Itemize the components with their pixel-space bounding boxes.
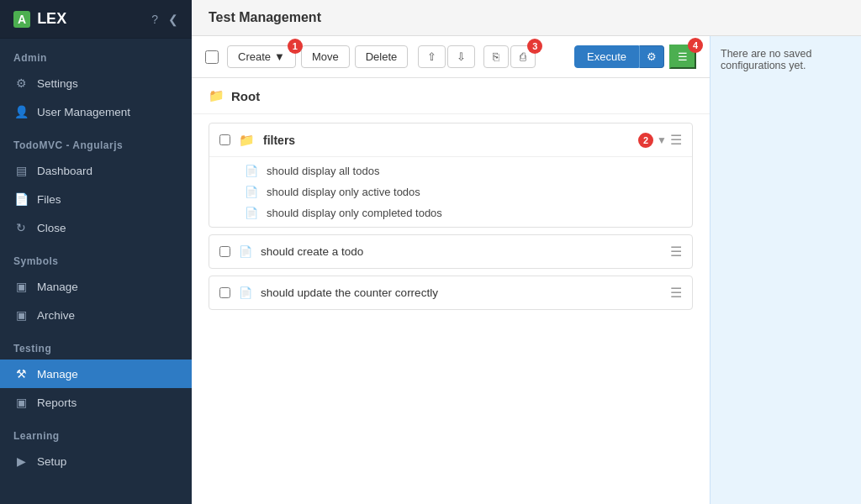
archive-icon: ▣ <box>13 308 29 322</box>
select-all-checkbox[interactable] <box>205 50 219 64</box>
filters-menu-icon[interactable]: ☰ <box>670 132 682 148</box>
file-icon: 📄 <box>239 245 252 258</box>
update-counter-name: should update the counter correctly <box>261 286 662 299</box>
logo-box: A <box>13 11 30 28</box>
settings-icon: ⚙ <box>13 76 29 90</box>
reports-icon: ▣ <box>13 396 29 409</box>
sidebar-item-dashboard[interactable]: ▤ Dashboard <box>0 156 192 185</box>
manage-symbols-icon: ▣ <box>13 280 29 293</box>
root-label: Root <box>231 89 260 103</box>
table-row: 📄 should create a todo ☰ <box>209 234 693 269</box>
sidebar-header: A LEX ? ❮ <box>0 0 192 39</box>
execute-settings-button[interactable]: ⚙ <box>639 45 664 68</box>
test-list: 📁 filters 2 ▼ ☰ 📄 should display all tod <box>192 114 710 318</box>
dashboard-label: Dashboard <box>37 165 92 177</box>
sidebar-item-archive[interactable]: ▣ Archive <box>0 301 192 329</box>
wrench-icon: ⚒ <box>13 367 29 381</box>
update-counter-checkbox[interactable] <box>219 287 230 298</box>
help-icon[interactable]: ? <box>151 13 158 26</box>
files-icon: 📄 <box>13 192 29 206</box>
archive-label: Archive <box>37 309 75 322</box>
page-title: Test Management <box>192 0 861 36</box>
file-action-buttons: ⇧ ⇩ <box>418 45 475 68</box>
filters-group-name: filters <box>263 134 295 147</box>
filters-children: 📄 should display all todos 📄 should disp… <box>209 157 692 227</box>
collapse-icon[interactable]: ❮ <box>168 13 178 26</box>
file-icon: 📄 <box>245 165 258 177</box>
file-icon: 📄 <box>245 186 258 198</box>
file-icon: 📄 <box>245 207 258 219</box>
download-button[interactable]: ⇩ <box>447 45 475 68</box>
list-item: 📄 should display all todos <box>209 160 692 181</box>
settings-label: Settings <box>37 77 78 90</box>
list-item: 📄 should display only active todos <box>209 181 692 202</box>
user-management-label: User Management <box>37 106 130 118</box>
badge-1: 1 <box>288 39 303 54</box>
sidebar: A LEX ? ❮ Admin ⚙ Settings 👤 User Manage… <box>0 0 192 504</box>
sidebar-item-settings[interactable]: ⚙ Settings <box>0 69 192 97</box>
move-label: Move <box>312 50 339 63</box>
sidebar-item-close[interactable]: ↻ Close <box>0 213 192 242</box>
close-label: Close <box>37 222 66 234</box>
badge-3: 3 <box>527 39 542 54</box>
sidebar-logo: A LEX <box>13 10 66 28</box>
upload-button[interactable]: ⇧ <box>418 45 446 68</box>
reports-label: Reports <box>37 396 77 409</box>
main-body: Create ▼ 1 Move Delete ⇧ ⇩ <box>192 36 861 504</box>
toolbar-right: Execute ⚙ ☰ 4 <box>574 45 696 69</box>
create-todo-name: should create a todo <box>261 245 662 258</box>
sidebar-item-reports[interactable]: ▣ Reports <box>0 388 192 417</box>
filters-checkbox[interactable] <box>219 134 230 145</box>
create-dropdown-icon: ▼ <box>274 50 285 63</box>
green-button-wrapper: ☰ 4 <box>669 45 696 69</box>
todomvc-section-label: TodoMVC - Angularjs <box>0 126 192 156</box>
sidebar-item-setup[interactable]: ▶ Setup <box>0 447 192 475</box>
sidebar-item-manage-testing[interactable]: ⚒ Manage <box>0 360 192 388</box>
dashboard-icon: ▤ <box>13 164 29 177</box>
manage-testing-label: Manage <box>37 368 78 381</box>
setup-icon: ▶ <box>13 454 29 468</box>
logo-name: LEX <box>37 10 66 28</box>
delete-button[interactable]: Delete <box>355 45 409 68</box>
create-todo-menu-icon[interactable]: ☰ <box>670 244 682 260</box>
toolbar-left: Create ▼ 1 Move Delete ⇧ ⇩ <box>205 45 569 68</box>
file-icon: 📄 <box>239 286 252 299</box>
create-button-wrapper: Create ▼ 1 <box>227 45 296 68</box>
close-icon: ↻ <box>13 221 29 234</box>
sidebar-item-user-management[interactable]: 👤 User Management <box>0 97 192 126</box>
filters-group-actions: 2 ▼ ☰ <box>638 132 682 148</box>
side-panel-message: There are no saved configurations yet. <box>721 48 811 71</box>
create-button[interactable]: Create ▼ <box>227 45 296 68</box>
filters-caret-icon[interactable]: ▼ <box>657 134 667 146</box>
child-name-2: should display only active todos <box>267 186 420 198</box>
root-section: 📁 Root <box>192 78 710 114</box>
sidebar-header-icons: ? ❮ <box>151 13 178 26</box>
folder-icon-root: 📁 <box>209 88 224 103</box>
copy-button[interactable]: ⎘ <box>483 45 509 68</box>
execute-button-group: Execute ⚙ <box>574 45 664 68</box>
manage-symbols-label: Manage <box>37 281 78 293</box>
execute-button[interactable]: Execute <box>574 45 639 68</box>
child-name-1: should display all todos <box>267 165 379 177</box>
create-label: Create <box>238 50 271 63</box>
badge-2: 2 <box>638 133 653 148</box>
test-group-header-filters: 📁 filters 2 ▼ ☰ <box>209 123 692 157</box>
badge-4: 4 <box>688 38 703 53</box>
user-icon: 👤 <box>13 105 29 118</box>
move-button[interactable]: Move <box>301 45 350 68</box>
folder-icon-filters: 📁 <box>239 133 255 148</box>
side-panel: There are no saved configurations yet. <box>710 36 861 504</box>
table-row: 📄 should update the counter correctly ☰ <box>209 276 693 310</box>
admin-section-label: Admin <box>0 39 192 69</box>
sidebar-item-manage-symbols[interactable]: ▣ Manage <box>0 272 192 301</box>
main-content: Test Management Create ▼ 1 Move <box>192 0 861 504</box>
toolbar: Create ▼ 1 Move Delete ⇧ ⇩ <box>192 36 710 78</box>
create-todo-checkbox[interactable] <box>219 246 230 257</box>
files-label: Files <box>37 193 61 206</box>
content-area: Create ▼ 1 Move Delete ⇧ ⇩ <box>192 36 710 504</box>
update-counter-menu-icon[interactable]: ☰ <box>670 285 682 301</box>
test-group-filters: 📁 filters 2 ▼ ☰ 📄 should display all tod <box>209 123 693 228</box>
testing-section-label: Testing <box>0 329 192 360</box>
symbols-section-label: Symbols <box>0 242 192 272</box>
sidebar-item-files[interactable]: 📄 Files <box>0 185 192 213</box>
